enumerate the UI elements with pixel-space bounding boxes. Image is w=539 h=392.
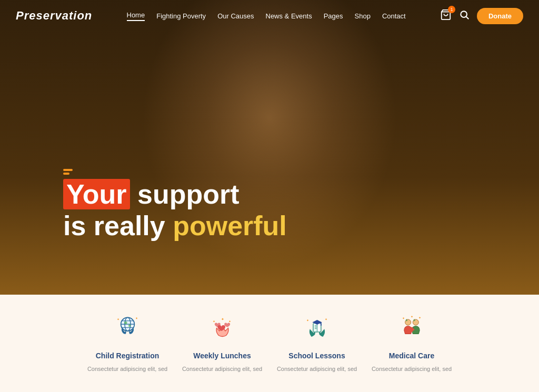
svg-text:✦: ✦	[418, 316, 421, 319]
squiggle-line-2	[63, 173, 69, 175]
svg-text:✦: ✦	[306, 318, 309, 321]
header-actions: 1 Donate	[440, 8, 523, 24]
hero-title: Your support is really powerful	[63, 179, 287, 242]
svg-text:✦: ✦	[221, 316, 224, 321]
school-lessons-desc: Consectetur adipiscing elit, sed	[272, 365, 362, 373]
child-registration-desc: Consectetur adipiscing elit, sed	[82, 365, 173, 373]
main-nav: Home Fighting Poverty Our Causes News & …	[127, 11, 406, 21]
weekly-lunches-desc: Consectetur adipiscing elit, sed	[177, 365, 267, 373]
medical-care-icon-wrapper: ✦ ✦ ✦	[393, 309, 430, 346]
svg-text:✦: ✦	[135, 317, 138, 320]
weekly-lunches-icon-wrapper: ✦ ✦ ✦	[204, 309, 241, 346]
service-child-registration[interactable]: ✦ ✦ Child Registration Consectetur adipi…	[80, 309, 175, 373]
services-section: ✦ ✦ Child Registration Consectetur adipi…	[0, 295, 539, 392]
svg-rect-27	[409, 328, 414, 330]
nav-fighting-poverty[interactable]: Fighting Poverty	[156, 12, 206, 20]
service-school-lessons[interactable]: ✦ ✦ School Lessons Consectetur adipiscin…	[270, 309, 364, 373]
hero-section: Preservation Home Fighting Poverty Our C…	[0, 0, 539, 295]
medical-care-desc: Consectetur adipiscing elit, sed	[366, 365, 457, 373]
svg-text:✦: ✦	[410, 315, 413, 318]
hero-title-line1: Your support	[63, 179, 287, 210]
cart-badge: 1	[448, 6, 455, 13]
hero-content: Your support is really powerful	[63, 169, 287, 242]
cart-icon[interactable]: 1	[440, 9, 452, 23]
hero-overlay	[0, 0, 539, 295]
medical-care-title: Medical Care	[389, 351, 434, 360]
nav-our-causes[interactable]: Our Causes	[217, 12, 254, 20]
hero-support-text: support	[137, 179, 239, 209]
header: Preservation Home Fighting Poverty Our C…	[0, 0, 539, 32]
child-registration-icon: ✦ ✦	[113, 314, 142, 343]
donate-button[interactable]: Donate	[477, 8, 523, 24]
site-logo[interactable]: Preservation	[16, 9, 92, 23]
svg-text:✦: ✦	[402, 316, 405, 320]
svg-point-1	[461, 11, 467, 17]
squiggle-line-1	[63, 169, 73, 171]
school-lessons-title: School Lessons	[288, 351, 345, 360]
nav-shop[interactable]: Shop	[355, 12, 371, 20]
svg-text:✦: ✦	[117, 317, 119, 320]
nav-pages[interactable]: Pages	[324, 12, 343, 20]
svg-point-8	[124, 321, 127, 324]
svg-text:✦: ✦	[213, 319, 215, 323]
nav-news-events[interactable]: News & Events	[266, 12, 312, 20]
search-icon[interactable]	[459, 9, 470, 23]
svg-point-9	[128, 324, 131, 327]
squiggle-decoration	[63, 169, 73, 175]
nav-home[interactable]: Home	[127, 11, 145, 21]
svg-rect-16	[313, 323, 317, 332]
hero-your-highlight: Your	[63, 179, 130, 209]
hero-powerful-text: powerful	[173, 210, 287, 241]
child-registration-title: Child Registration	[96, 351, 159, 360]
school-lessons-icon: ✦ ✦	[303, 314, 332, 343]
svg-text:✦: ✦	[228, 319, 231, 323]
hero-is-really-text: is really	[63, 210, 173, 241]
service-medical-care[interactable]: ✦ ✦ ✦ Medical Care Consectetur adipiscin…	[364, 309, 459, 373]
medical-care-icon: ✦ ✦ ✦	[397, 314, 426, 343]
svg-text:✦: ✦	[325, 317, 327, 320]
nav-contact[interactable]: Contact	[382, 12, 406, 20]
weekly-lunches-icon: ✦ ✦ ✦	[208, 314, 237, 343]
hero-title-line2: is really powerful	[63, 210, 287, 242]
child-registration-icon-wrapper: ✦ ✦	[109, 309, 146, 346]
service-weekly-lunches[interactable]: ✦ ✦ ✦ Weekly Lunches Consectetur adipisc…	[175, 309, 270, 373]
school-lessons-icon-wrapper: ✦ ✦	[298, 309, 335, 346]
svg-rect-21	[320, 322, 321, 325]
hero-squiggle	[63, 169, 287, 175]
weekly-lunches-title: Weekly Lunches	[193, 351, 251, 360]
svg-line-2	[466, 16, 469, 19]
